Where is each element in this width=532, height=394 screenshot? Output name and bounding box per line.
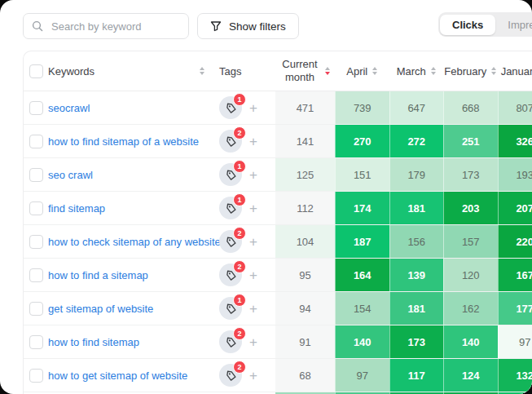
- keywords-table: Keywords Tags Current month April March …: [23, 51, 532, 394]
- table-row: how to find a sitemap 2 + 95 16413912016…: [24, 259, 532, 292]
- column-header-keywords[interactable]: Keywords: [48, 51, 213, 91]
- table-row: how to find sitemap of a website 2 + 141…: [24, 125, 532, 158]
- month-value-cell: 139: [389, 259, 444, 291]
- add-tag-button[interactable]: +: [249, 369, 257, 383]
- month-value-cell: 117: [389, 359, 444, 392]
- tags-cell: 1 +: [213, 91, 275, 124]
- sort-icon-month[interactable]: [431, 67, 436, 75]
- row-checkbox[interactable]: [29, 369, 43, 383]
- keyword-link[interactable]: how to find sitemap: [48, 336, 139, 348]
- show-filters-button[interactable]: Show filters: [197, 13, 299, 39]
- tag-button-wrap: 2: [219, 330, 242, 353]
- column-header-current-month[interactable]: Current month: [275, 51, 335, 91]
- tag-count-badge: 2: [233, 126, 246, 139]
- keyword-link[interactable]: seocrawl: [48, 102, 90, 114]
- current-month-cell: 95: [275, 259, 335, 291]
- sort-icon-current-month-active-desc[interactable]: [325, 67, 330, 75]
- keyword-cell: seocrawl: [48, 91, 213, 124]
- column-header-month[interactable]: April: [335, 51, 389, 91]
- month-value-cell: 739: [335, 91, 389, 124]
- add-tag-button[interactable]: +: [249, 268, 257, 282]
- month-value-cell: 181: [389, 192, 444, 224]
- add-tag-button[interactable]: +: [249, 335, 257, 349]
- month-value-cell: 668: [443, 91, 498, 124]
- tags-header-label: Tags: [219, 65, 241, 77]
- tags-cell: 2 +: [213, 125, 275, 157]
- keyword-search-box[interactable]: [23, 13, 189, 39]
- add-tag-button[interactable]: +: [249, 235, 257, 249]
- tag-count-badge: 2: [233, 327, 246, 340]
- select-all-checkbox[interactable]: [29, 64, 43, 78]
- row-checkbox[interactable]: [29, 268, 43, 282]
- column-header-month[interactable]: January: [498, 51, 532, 91]
- add-tag-button[interactable]: +: [249, 302, 257, 316]
- current-month-cell: 94: [275, 292, 335, 325]
- metric-toggle: Clicks Impressions: [438, 12, 532, 37]
- add-tag-button[interactable]: +: [249, 101, 257, 115]
- tag-count-badge: 2: [233, 361, 246, 374]
- month-value-cell: 167: [498, 259, 532, 291]
- month-header-label: March: [397, 65, 426, 77]
- table-row: how to find sitemap 2 + 91 14017314097: [24, 325, 532, 359]
- row-checkbox[interactable]: [29, 201, 43, 215]
- keyword-link[interactable]: how to find sitemap of a website: [48, 135, 199, 148]
- month-value-cell: 156: [389, 225, 444, 258]
- select-all-cell: [24, 51, 48, 91]
- row-checkbox[interactable]: [29, 335, 43, 349]
- month-value-cell: 647: [389, 91, 444, 124]
- sort-icon-month[interactable]: [491, 67, 496, 75]
- keyword-link[interactable]: get sitemap of website: [48, 303, 153, 315]
- table-row: how to get sitemap of website 2 + 68 971…: [24, 359, 532, 392]
- keyword-cell: how to check sitemap of any website: [48, 225, 213, 258]
- row-checkbox[interactable]: [29, 302, 43, 316]
- column-header-month[interactable]: March: [389, 51, 444, 91]
- row-checkbox-cell: [24, 359, 48, 392]
- search-input[interactable]: [50, 20, 180, 33]
- sort-icon-month[interactable]: [372, 67, 377, 75]
- column-header-month[interactable]: February: [443, 51, 498, 91]
- keyword-link[interactable]: find sitemap: [48, 202, 105, 215]
- keyword-link[interactable]: seo crawl: [48, 169, 93, 181]
- keywords-header-label: Keywords: [48, 65, 95, 77]
- keyword-link[interactable]: how to check sitemap of any website: [48, 236, 221, 248]
- tags-cell: 2 +: [213, 259, 275, 291]
- app-window: Show filters Clicks Impressions Keywords…: [0, 0, 532, 394]
- row-checkbox-cell: [24, 192, 48, 224]
- row-checkbox-cell: [24, 91, 48, 124]
- row-checkbox[interactable]: [29, 135, 43, 148]
- current-month-cell: 104: [275, 225, 335, 258]
- month-value-cell: 157: [443, 225, 498, 258]
- sort-icon-keywords[interactable]: [200, 67, 204, 75]
- row-checkbox[interactable]: [29, 235, 43, 249]
- tag-count-badge: 2: [233, 227, 246, 240]
- current-month-cell: 68: [275, 359, 335, 392]
- tags-cell: 1 +: [213, 192, 275, 224]
- row-checkbox[interactable]: [29, 101, 43, 115]
- keyword-link[interactable]: how to get sitemap of website: [48, 370, 187, 382]
- month-value-cell: 151: [335, 158, 389, 191]
- row-checkbox[interactable]: [29, 168, 43, 182]
- month-value-cell: 326: [498, 125, 532, 157]
- month-value-cell: 272: [389, 125, 444, 157]
- keyword-cell: how to find sitemap of a website: [48, 125, 213, 157]
- month-header-label: January: [501, 65, 532, 77]
- toggle-option-impressions[interactable]: Impressions: [495, 15, 532, 35]
- toggle-option-clicks[interactable]: Clicks: [440, 15, 495, 35]
- search-icon: [32, 20, 43, 32]
- add-tag-button[interactable]: +: [249, 201, 257, 215]
- month-value-cell: 120: [443, 259, 498, 291]
- keyword-link[interactable]: how to find a sitemap: [48, 269, 148, 281]
- tags-cell: 2 +: [213, 359, 275, 392]
- tag-button-wrap: 2: [219, 263, 242, 286]
- month-value-cell: 251: [443, 125, 498, 157]
- current-month-cell: 112: [275, 192, 335, 224]
- tag-count-badge: 1: [233, 193, 246, 206]
- month-header-label: April: [346, 65, 367, 77]
- current-month-cell: 91: [275, 325, 335, 358]
- add-tag-button[interactable]: +: [249, 168, 257, 182]
- month-value-cell: 154: [335, 292, 389, 325]
- month-value-cell: 207: [498, 192, 532, 224]
- current-month-cell: 125: [275, 158, 335, 191]
- add-tag-button[interactable]: +: [249, 135, 257, 148]
- tag-button-wrap: 2: [219, 130, 242, 153]
